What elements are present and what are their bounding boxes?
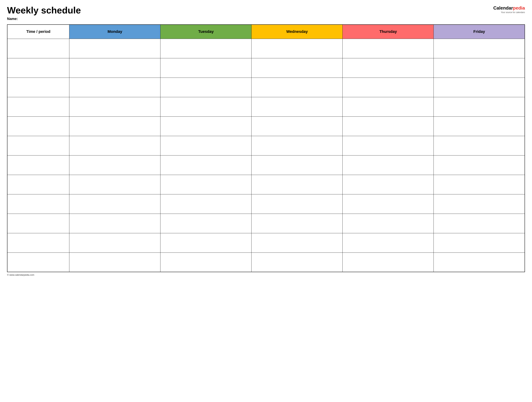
schedule-cell[interactable] bbox=[343, 117, 434, 136]
table-row bbox=[7, 117, 525, 136]
table-row bbox=[7, 175, 525, 194]
schedule-cell[interactable] bbox=[160, 117, 252, 136]
schedule-cell[interactable] bbox=[252, 78, 343, 97]
time-cell[interactable] bbox=[7, 39, 69, 58]
schedule-cell[interactable] bbox=[252, 58, 343, 78]
time-cell[interactable] bbox=[7, 194, 69, 214]
schedule-cell[interactable] bbox=[434, 136, 525, 155]
schedule-cell[interactable] bbox=[69, 136, 160, 155]
schedule-cell[interactable] bbox=[160, 97, 252, 117]
schedule-cell[interactable] bbox=[252, 117, 343, 136]
schedule-cell[interactable] bbox=[69, 155, 160, 175]
schedule-cell[interactable] bbox=[160, 155, 252, 175]
logo-section: Calendarpedia Your source for calendars bbox=[493, 5, 525, 14]
schedule-cell[interactable] bbox=[252, 97, 343, 117]
time-cell[interactable] bbox=[7, 97, 69, 117]
table-row bbox=[7, 136, 525, 155]
schedule-cell[interactable] bbox=[434, 155, 525, 175]
schedule-cell[interactable] bbox=[343, 136, 434, 155]
logo-tagline: Your source for calendars bbox=[501, 11, 525, 14]
schedule-cell[interactable] bbox=[69, 233, 160, 253]
schedule-cell[interactable] bbox=[434, 233, 525, 253]
schedule-cell[interactable] bbox=[434, 58, 525, 78]
table-row bbox=[7, 214, 525, 233]
schedule-cell[interactable] bbox=[343, 155, 434, 175]
schedule-cell[interactable] bbox=[343, 214, 434, 233]
time-cell[interactable] bbox=[7, 214, 69, 233]
schedule-cell[interactable] bbox=[160, 233, 252, 253]
schedule-cell[interactable] bbox=[69, 97, 160, 117]
schedule-cell[interactable] bbox=[69, 175, 160, 194]
schedule-cell[interactable] bbox=[69, 78, 160, 97]
table-row bbox=[7, 78, 525, 97]
schedule-cell[interactable] bbox=[252, 175, 343, 194]
table-row bbox=[7, 155, 525, 175]
schedule-cell[interactable] bbox=[343, 78, 434, 97]
schedule-cell[interactable] bbox=[252, 233, 343, 253]
schedule-cell[interactable] bbox=[69, 194, 160, 214]
logo-calendar-text: Calendar bbox=[493, 5, 513, 11]
time-cell[interactable] bbox=[7, 155, 69, 175]
schedule-cell[interactable] bbox=[69, 58, 160, 78]
schedule-cell[interactable] bbox=[434, 214, 525, 233]
schedule-cell[interactable] bbox=[160, 58, 252, 78]
schedule-cell[interactable] bbox=[69, 117, 160, 136]
table-row bbox=[7, 194, 525, 214]
time-cell[interactable] bbox=[7, 136, 69, 155]
logo: Calendarpedia bbox=[493, 5, 525, 11]
schedule-cell[interactable] bbox=[160, 175, 252, 194]
schedule-cell[interactable] bbox=[343, 97, 434, 117]
schedule-cell[interactable] bbox=[434, 253, 525, 272]
schedule-cell[interactable] bbox=[343, 194, 434, 214]
schedule-cell[interactable] bbox=[160, 194, 252, 214]
header-tuesday: Tuesday bbox=[160, 25, 252, 39]
schedule-cell[interactable] bbox=[252, 194, 343, 214]
header-monday: Monday bbox=[69, 25, 160, 39]
table-header-row: Time / period Monday Tuesday Wednesday T… bbox=[7, 25, 525, 39]
schedule-cell[interactable] bbox=[434, 117, 525, 136]
table-row bbox=[7, 39, 525, 58]
schedule-cell[interactable] bbox=[69, 39, 160, 58]
logo-pedia-text: pedia bbox=[513, 5, 525, 11]
schedule-cell[interactable] bbox=[160, 39, 252, 58]
schedule-cell[interactable] bbox=[434, 78, 525, 97]
schedule-cell[interactable] bbox=[160, 136, 252, 155]
table-row bbox=[7, 97, 525, 117]
schedule-cell[interactable] bbox=[160, 253, 252, 272]
schedule-cell[interactable] bbox=[69, 214, 160, 233]
footer: © www.calendarpedia.com bbox=[7, 273, 525, 276]
time-cell[interactable] bbox=[7, 117, 69, 136]
page-header: Weekly schedule Name: Calendarpedia Your… bbox=[7, 5, 525, 21]
schedule-cell[interactable] bbox=[434, 175, 525, 194]
table-row bbox=[7, 233, 525, 253]
schedule-cell[interactable] bbox=[343, 58, 434, 78]
header-wednesday: Wednesday bbox=[252, 25, 343, 39]
schedule-cell[interactable] bbox=[343, 253, 434, 272]
schedule-cell[interactable] bbox=[434, 194, 525, 214]
table-row bbox=[7, 58, 525, 78]
time-cell[interactable] bbox=[7, 78, 69, 97]
time-cell[interactable] bbox=[7, 233, 69, 253]
name-label: Name: bbox=[7, 17, 81, 21]
time-cell[interactable] bbox=[7, 253, 69, 272]
schedule-cell[interactable] bbox=[252, 214, 343, 233]
schedule-cell[interactable] bbox=[252, 136, 343, 155]
schedule-cell[interactable] bbox=[252, 39, 343, 58]
schedule-cell[interactable] bbox=[343, 39, 434, 58]
header-time: Time / period bbox=[7, 25, 69, 39]
time-cell[interactable] bbox=[7, 58, 69, 78]
table-row bbox=[7, 253, 525, 272]
page-title: Weekly schedule bbox=[7, 5, 81, 15]
time-cell[interactable] bbox=[7, 175, 69, 194]
schedule-cell[interactable] bbox=[434, 97, 525, 117]
header-friday: Friday bbox=[434, 25, 525, 39]
schedule-cell[interactable] bbox=[160, 214, 252, 233]
schedule-cell[interactable] bbox=[343, 175, 434, 194]
schedule-cell[interactable] bbox=[69, 253, 160, 272]
schedule-cell[interactable] bbox=[252, 155, 343, 175]
footer-text: © www.calendarpedia.com bbox=[7, 273, 34, 276]
schedule-cell[interactable] bbox=[252, 253, 343, 272]
schedule-cell[interactable] bbox=[160, 78, 252, 97]
schedule-cell[interactable] bbox=[434, 39, 525, 58]
schedule-cell[interactable] bbox=[343, 233, 434, 253]
